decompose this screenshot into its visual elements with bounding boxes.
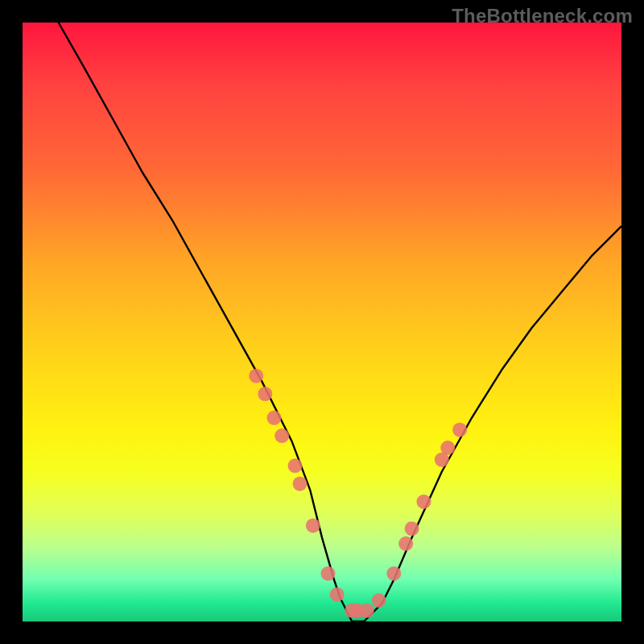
marker-dot: [306, 518, 320, 533]
chart-svg: [23, 23, 621, 621]
marker-dot: [330, 588, 345, 602]
chart-frame: TheBottleneck.com: [0, 0, 644, 644]
curve-line: [59, 23, 621, 621]
plot-area: [23, 23, 621, 621]
marker-dot: [416, 494, 431, 509]
marker-dot: [386, 566, 401, 580]
curve-path: [59, 23, 621, 621]
marker-dot: [258, 386, 272, 401]
marker-dot: [275, 428, 289, 443]
marker-beads: [249, 369, 467, 618]
marker-dot: [440, 440, 455, 455]
marker-dot: [288, 459, 303, 473]
marker-dot: [398, 536, 413, 551]
marker-dot: [372, 593, 386, 608]
marker-dot: [292, 477, 307, 491]
marker-dot: [249, 369, 263, 383]
marker-dot: [320, 566, 335, 580]
marker-dot: [360, 604, 374, 618]
marker-dot: [266, 411, 281, 425]
marker-dot: [452, 423, 467, 437]
marker-dot: [405, 522, 419, 536]
